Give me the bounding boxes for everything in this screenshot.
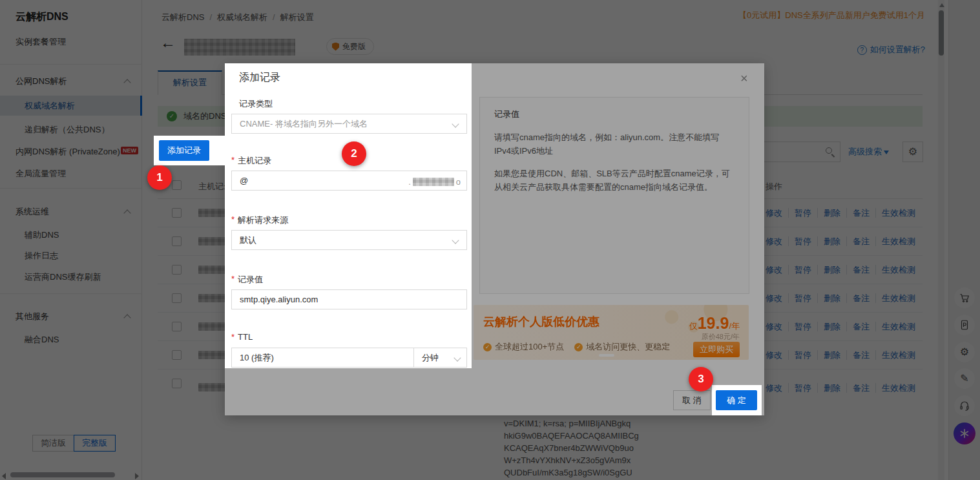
ttl-input[interactable]: 10 (推荐) — [232, 348, 413, 367]
confirm-button[interactable]: 确 定 — [716, 390, 757, 410]
ttl-label: *TTL — [231, 332, 253, 342]
confirm-spotlight: 确 定 — [712, 385, 762, 415]
add-record-button[interactable]: 添加记录 — [159, 140, 209, 161]
chevron-down-icon — [452, 236, 459, 244]
dns-line-label: *解析请求来源 — [231, 214, 288, 226]
masked-domain-suffix: .o — [408, 177, 461, 187]
ttl-input-group: 10 (推荐) 分钟 — [231, 348, 467, 368]
ttl-unit-value: 分钟 — [422, 352, 439, 364]
dns-line-select[interactable]: 默认 — [231, 230, 467, 250]
chevron-down-icon — [454, 354, 461, 361]
screen: 云解析DNS 实例套餐管理 公网DNS解析 权威域名解析 递归解析（公共DNS）… — [0, 0, 980, 480]
record-type-select[interactable]: CNAME- 将域名指向另外一个域名 — [231, 114, 467, 134]
add-record-form: 添加记录 记录类型 CNAME- 将域名指向另外一个域名 *主机记录 @ .o … — [225, 63, 472, 368]
step-badge-1: 1 — [147, 165, 172, 190]
chevron-down-icon — [452, 120, 459, 127]
record-value-label: *记录值 — [231, 274, 263, 286]
record-value-text: smtp.qiye.aliyun.com — [240, 295, 318, 304]
step-badge-2: 2 — [342, 141, 366, 166]
step-badge-3: 3 — [689, 367, 713, 391]
record-type-value: CNAME- 将域名指向另外一个域名 — [240, 118, 368, 130]
tutorial-dim-overlay — [0, 0, 980, 480]
record-type-label: 记录类型 — [239, 98, 273, 110]
host-record-label: *主机记录 — [231, 155, 271, 167]
add-record-spotlight: 添加记录 — [154, 136, 225, 165]
host-record-value: @ — [240, 176, 248, 185]
modal-title: 添加记录 — [239, 71, 280, 85]
record-value-input[interactable]: smtp.qiye.aliyun.com — [231, 289, 467, 309]
host-record-input[interactable]: @ .o — [231, 171, 467, 191]
ttl-unit-select[interactable]: 分钟 — [413, 348, 466, 367]
dns-line-value: 默认 — [240, 235, 256, 246]
